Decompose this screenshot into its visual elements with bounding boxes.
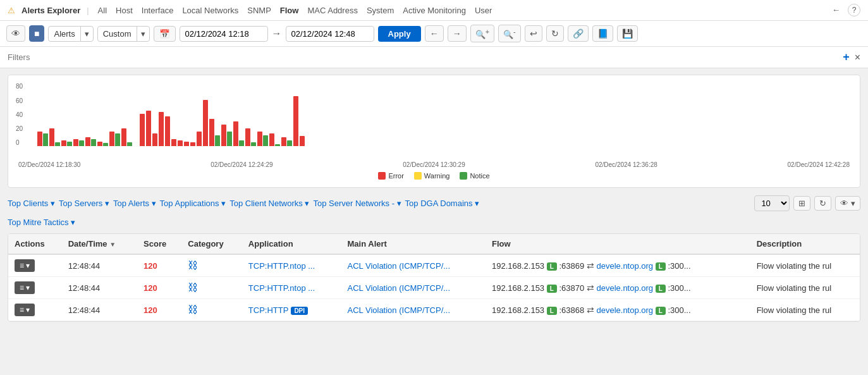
bar-error-1 bbox=[49, 128, 54, 146]
top-client-networks-button[interactable]: Top Client Networks ▾ bbox=[229, 197, 309, 209]
book-button[interactable]: 📘 bbox=[592, 25, 613, 42]
top-mitre-tactics-button[interactable]: Top Mitre Tactics ▾ bbox=[8, 216, 75, 228]
top-alerts-button[interactable]: Top Alerts ▾ bbox=[113, 197, 156, 209]
x-label-1: 02/Dec/2024 12:18:30 bbox=[18, 161, 80, 168]
bar-notice-3 bbox=[79, 140, 84, 146]
prev-time-button[interactable]: ← bbox=[425, 25, 444, 42]
nav-item-host[interactable]: Host bbox=[113, 4, 135, 16]
legend-notice-dot bbox=[460, 172, 467, 180]
bar-group-10 bbox=[146, 111, 151, 146]
bar-group-6 bbox=[109, 132, 120, 146]
cell-main-alert-1: ACL Violation (ICMP/TCP/... bbox=[341, 277, 486, 299]
grid-view-button[interactable]: ⊞ bbox=[793, 196, 810, 211]
y-label-0: 0 bbox=[16, 139, 34, 146]
filters-close-button[interactable]: × bbox=[855, 52, 860, 63]
visibility-button[interactable]: 👁 ▾ bbox=[835, 196, 860, 211]
flow-dst-badge-2: L bbox=[656, 307, 666, 315]
lock-button[interactable]: ■ bbox=[29, 25, 44, 42]
top-server-networks-button[interactable]: Top Server Networks - ▾ bbox=[313, 197, 401, 209]
top-applications-button[interactable]: Top Applications ▾ bbox=[160, 197, 226, 209]
main-alert-link-0[interactable]: ACL Violation (ICMP/TCP/... bbox=[348, 261, 451, 271]
flow-dst-link-1[interactable]: devele.ntop.org bbox=[596, 283, 653, 293]
refresh-button[interactable]: ↻ bbox=[814, 196, 831, 211]
legend-error-label: Error bbox=[388, 172, 403, 180]
eye-button[interactable]: 👁 bbox=[6, 25, 25, 42]
nav-item-user[interactable]: User bbox=[472, 4, 494, 16]
bar-group-26 bbox=[281, 137, 292, 146]
bar-notice-7 bbox=[127, 142, 132, 146]
top-nav: ⚠ Alerts Explorer | All Host Interface L… bbox=[0, 0, 868, 21]
flow-dst-badge-0: L bbox=[656, 262, 666, 271]
bar-group-9 bbox=[140, 114, 145, 146]
per-page-select[interactable]: 10 25 50 100 bbox=[754, 195, 790, 211]
cell-actions-1: ≡ ▾ bbox=[8, 277, 62, 299]
action-button-0[interactable]: ≡ ▾ bbox=[15, 259, 35, 272]
bar-error-20 bbox=[209, 119, 214, 146]
cell-category-1: ⛓ bbox=[181, 277, 242, 299]
legend-notice: Notice bbox=[460, 172, 489, 180]
bar-error-2 bbox=[61, 140, 66, 146]
zoom-in-button[interactable]: 🔍+ bbox=[470, 25, 494, 42]
bar-notice-20 bbox=[215, 135, 220, 146]
bar-group-1 bbox=[49, 128, 60, 146]
table-container: Actions Date/Time ▼ Score Category Appli… bbox=[8, 233, 860, 322]
datetime-end-input[interactable] bbox=[286, 26, 374, 42]
save-button[interactable]: 💾 bbox=[617, 25, 638, 42]
legend-warning: Warning bbox=[414, 172, 450, 180]
filters-input[interactable] bbox=[8, 52, 838, 62]
nav-item-active-monitoring[interactable]: Active Monitoring bbox=[400, 4, 468, 16]
flow-dst-link-0[interactable]: devele.ntop.org bbox=[596, 261, 653, 271]
calendar-button[interactable]: 📅 bbox=[154, 26, 176, 42]
x-label-2: 02/Dec/2024 12:24:29 bbox=[211, 161, 272, 168]
top-clients-button[interactable]: Top Clients ▾ bbox=[8, 197, 55, 209]
nav-item-flow[interactable]: Flow bbox=[278, 4, 302, 16]
app-link-0[interactable]: TCP:HTTP.ntop ... bbox=[248, 261, 315, 271]
nav-item-local-networks[interactable]: Local Networks bbox=[180, 4, 241, 16]
alerts-dropdown-arrow[interactable]: ▾ bbox=[80, 27, 93, 41]
link-button[interactable]: 🔗 bbox=[568, 25, 589, 42]
nav-item-interface[interactable]: Interface bbox=[139, 4, 176, 16]
next-time-button[interactable]: → bbox=[448, 25, 467, 42]
bar-error-24 bbox=[257, 132, 262, 146]
action-button-2[interactable]: ≡ ▾ bbox=[15, 304, 35, 316]
arrow-separator: → bbox=[272, 28, 282, 39]
action-button-1[interactable]: ≡ ▾ bbox=[15, 281, 35, 294]
col-datetime[interactable]: Date/Time ▼ bbox=[62, 234, 137, 254]
flow-src-badge-2: L bbox=[547, 307, 557, 315]
bar-group-3 bbox=[73, 139, 84, 146]
apply-button[interactable]: Apply bbox=[378, 26, 421, 42]
nav-sep: | bbox=[87, 6, 89, 15]
app-link-2[interactable]: TCP:HTTP bbox=[248, 305, 289, 315]
filters-add-button[interactable]: + bbox=[843, 51, 850, 64]
flow-dst-link-2[interactable]: devele.ntop.org bbox=[596, 305, 653, 315]
cell-flow-1: 192.168.2.153 L :63870 ⇄ devele.ntop.org… bbox=[486, 277, 750, 299]
zoom-out-button[interactable]: 🔍- bbox=[498, 25, 521, 42]
nav-item-all[interactable]: All bbox=[95, 4, 109, 16]
redo-button[interactable]: ↻ bbox=[546, 25, 564, 42]
nav-help-button[interactable]: ? bbox=[848, 4, 860, 16]
flow-dst-badge-1: L bbox=[656, 285, 666, 293]
custom-dropdown-arrow[interactable]: ▾ bbox=[137, 27, 149, 41]
col-score: Score bbox=[137, 234, 181, 254]
app-link-1[interactable]: TCP:HTTP.ntop ... bbox=[248, 283, 315, 293]
nav-item-system[interactable]: System bbox=[364, 4, 396, 16]
bar-notice-1 bbox=[55, 142, 60, 146]
flow-dst-port-1: :300... bbox=[668, 283, 690, 293]
top-servers-button[interactable]: Top Servers ▾ bbox=[59, 197, 109, 209]
bar-error-21 bbox=[221, 125, 226, 146]
col-description: Description bbox=[750, 234, 860, 254]
bar-group-0 bbox=[37, 132, 48, 146]
category-icon-2: ⛓ bbox=[188, 304, 198, 315]
top-dga-domains-button[interactable]: Top DGA Domains ▾ bbox=[405, 197, 480, 209]
nav-item-mac-address[interactable]: MAC Address bbox=[305, 4, 360, 16]
main-alert-link-1[interactable]: ACL Violation (ICMP/TCP/... bbox=[348, 283, 451, 293]
main-alert-link-2[interactable]: ACL Violation (ICMP/TCP/... bbox=[348, 305, 451, 315]
undo-button[interactable]: ↩ bbox=[525, 25, 542, 42]
nav-back-button[interactable]: ← bbox=[829, 4, 843, 16]
bar-group-13 bbox=[165, 116, 170, 146]
bar-error-23 bbox=[245, 128, 250, 146]
y-label-40: 40 bbox=[16, 111, 34, 118]
datetime-start-input[interactable] bbox=[180, 26, 268, 42]
nav-item-snmp[interactable]: SNMP bbox=[245, 4, 274, 16]
bar-error-5 bbox=[97, 142, 102, 146]
